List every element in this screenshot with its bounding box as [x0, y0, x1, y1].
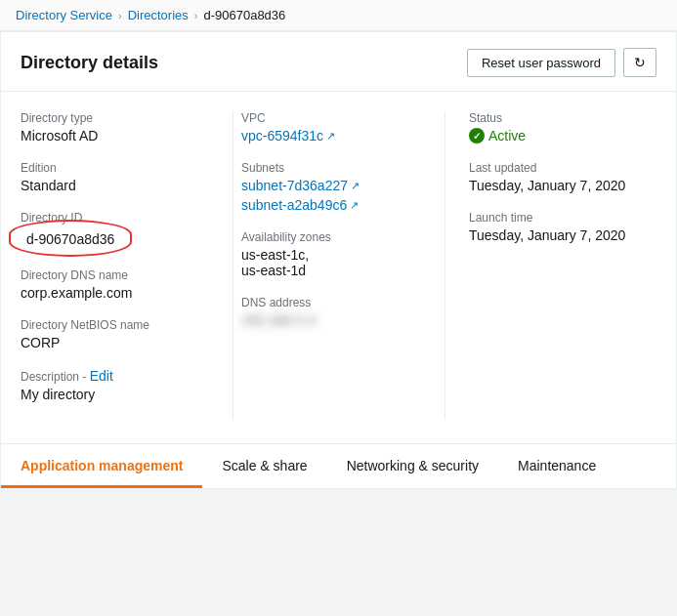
detail-dns-address: DNS address 192.168.X.X [241, 296, 421, 328]
detail-label-dns-address: DNS address [241, 296, 421, 309]
breadcrumb-directory-service[interactable]: Directory Service [16, 8, 112, 22]
detail-value-dns-name: corp.example.com [21, 285, 209, 301]
breadcrumb: Directory Service › Directories › d-9067… [0, 0, 677, 31]
tab-networking-security[interactable]: Networking & security [327, 444, 498, 488]
detail-value-description: My directory [21, 387, 209, 402]
external-link-icon-vpc: ↗ [326, 130, 335, 143]
tab-scale-share[interactable]: Scale & share [202, 444, 326, 488]
detail-label-az: Availability zones [241, 230, 421, 244]
tab-application-management[interactable]: Application management [1, 444, 202, 488]
detail-value-dns-address: 192.168.X.X [241, 312, 339, 328]
detail-value-netbios: CORP [21, 335, 209, 350]
detail-value-vpc[interactable]: vpc-6594f31c ↗ [241, 128, 335, 144]
detail-label-status: Status [469, 111, 633, 125]
detail-launch-time: Launch time Tuesday, January 7, 2020 [469, 211, 633, 243]
detail-az: Availability zones us-east-1c,us-east-1d [241, 230, 421, 278]
page-title: Directory details [21, 53, 158, 73]
main-content: Directory details Reset user password ↻ … [0, 31, 677, 489]
breadcrumb-sep-1: › [118, 10, 122, 21]
detail-description: Description - Edit My directory [21, 368, 209, 402]
breadcrumb-sep-2: › [194, 10, 198, 21]
detail-label-launch-time: Launch time [469, 211, 633, 225]
detail-label-last-updated: Last updated [469, 161, 633, 175]
detail-label-directory-type: Directory type [21, 111, 209, 125]
status-active-label: Active [488, 128, 526, 144]
header-actions: Reset user password ↻ [467, 48, 656, 77]
external-link-icon-subnet1: ↗ [351, 180, 360, 192]
detail-value-az: us-east-1c,us-east-1d [241, 247, 421, 278]
detail-subnets: Subnets subnet-7d36a227 ↗ subnet-a2ab49c… [241, 161, 421, 213]
status-check-icon: ✓ [469, 128, 485, 144]
detail-label-description: Description - Edit [21, 368, 209, 384]
details-grid: Directory type Microsoft AD Edition Stan… [1, 92, 676, 443]
detail-last-updated: Last updated Tuesday, January 7, 2020 [469, 161, 633, 193]
refresh-button[interactable]: ↻ [623, 48, 656, 77]
breadcrumb-current: d-90670a8d36 [203, 8, 285, 22]
details-header: Directory details Reset user password ↻ [1, 32, 676, 92]
detail-label-vpc: VPC [241, 111, 421, 125]
detail-value-directory-id: d-90670a8d36 [26, 231, 114, 247]
reset-user-password-button[interactable]: Reset user password [467, 49, 615, 77]
detail-value-status: ✓ Active [469, 128, 633, 144]
detail-value-subnet-1[interactable]: subnet-7d36a227 ↗ [241, 178, 360, 193]
edit-description-link[interactable]: Edit [90, 368, 113, 384]
external-link-icon-subnet2: ↗ [350, 199, 359, 212]
refresh-icon: ↻ [634, 55, 646, 70]
detail-status: Status ✓ Active [469, 111, 633, 144]
detail-vpc: VPC vpc-6594f31c ↗ [241, 111, 421, 144]
detail-value-edition: Standard [21, 178, 209, 193]
tabs-bar: Application management Scale & share Net… [1, 443, 676, 488]
detail-label-dns-name: Directory DNS name [21, 268, 209, 282]
detail-dns-name: Directory DNS name corp.example.com [21, 268, 209, 301]
detail-netbios: Directory NetBIOS name CORP [21, 318, 209, 350]
detail-directory-id: Directory ID d-90670a8d36 [21, 211, 209, 251]
detail-label-edition: Edition [21, 161, 209, 175]
detail-value-launch-time: Tuesday, January 7, 2020 [469, 227, 633, 243]
details-col-2: VPC vpc-6594f31c ↗ Subnets subnet-7d36a2… [233, 111, 444, 420]
detail-edition: Edition Standard [21, 161, 209, 193]
details-col-3: Status ✓ Active Last updated Tuesday, Ja… [444, 111, 656, 420]
detail-directory-type: Directory type Microsoft AD [21, 111, 209, 144]
detail-value-last-updated: Tuesday, January 7, 2020 [469, 178, 633, 193]
tab-maintenance[interactable]: Maintenance [498, 444, 615, 488]
detail-label-directory-id: Directory ID [21, 211, 209, 225]
detail-value-subnet-2[interactable]: subnet-a2ab49c6 ↗ [241, 197, 359, 213]
detail-label-netbios: Directory NetBIOS name [21, 318, 209, 332]
detail-value-directory-type: Microsoft AD [21, 128, 209, 144]
breadcrumb-directories[interactable]: Directories [128, 8, 189, 22]
details-col-1: Directory type Microsoft AD Edition Stan… [21, 111, 233, 420]
detail-label-subnets: Subnets [241, 161, 421, 175]
